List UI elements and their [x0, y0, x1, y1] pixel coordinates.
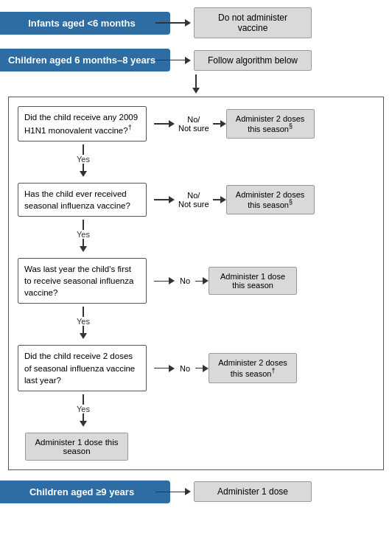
q4-vline [83, 394, 84, 405]
children-6-8-arrow [155, 57, 191, 64]
q3-vhead [80, 333, 87, 339]
q1-line2 [213, 123, 220, 125]
q4-text: Did the child receive 2 doses of seasona… [24, 352, 135, 384]
q4-vline2 [83, 413, 84, 421]
children-6-8-row: Children aged 6 months–8 years Follow al… [8, 49, 384, 71]
q2-line2 [213, 199, 220, 200]
flowchart-container: Infants aged <6 months Do not administer… [8, 7, 384, 503]
arrow-head2 [185, 57, 191, 64]
q2-box: Has the child ever received seasonal inf… [18, 183, 147, 217]
q4-no-label: No [178, 364, 192, 373]
arrow-down-1 [192, 74, 200, 94]
final-result-box: Administer 1 dose this season [25, 433, 128, 461]
q3-box-wrapper: Was last year the child's first to recei… [18, 258, 154, 304]
q3-result-box: Administer 1 dose this season [209, 267, 297, 295]
q2-box-wrapper: Has the child ever received seasonal inf… [18, 183, 154, 217]
q3-connector2 [195, 277, 209, 284]
q1-vline2 [83, 164, 84, 171]
q1-yes-arrow: Yes [77, 144, 90, 177]
q4-box: Did the child receive 2 doses of seasona… [18, 345, 147, 391]
arrow-head [185, 19, 191, 27]
q2-no-text: No/Not sure [178, 191, 209, 209]
infants-row: Infants aged <6 months Do not administer… [8, 7, 384, 38]
q1-arrowhead [169, 120, 175, 127]
flow-section: Did the child receive any 2009 H1N1 mono… [8, 97, 384, 470]
q1-connector [154, 120, 175, 127]
q1-result-text: Administer 2 doses this season§ [236, 114, 305, 134]
q1-yes-label: Yes [77, 155, 90, 164]
q3-vline2 [83, 326, 84, 333]
q3-connector [154, 277, 175, 284]
children-9-header: Children aged ≥9 years [0, 481, 170, 503]
q2-row: Has the child ever received seasonal inf… [18, 183, 374, 217]
q1-result-box: Administer 2 doses this season§ [226, 109, 315, 139]
q2-connector2 [213, 196, 226, 203]
arrow-line2 [155, 60, 185, 61]
q4-connector2 [195, 365, 209, 372]
children-9-row: Children aged ≥9 years Administer 1 dose [8, 481, 384, 503]
q1-row: Did the child receive any 2009 H1N1 mono… [18, 106, 374, 142]
arrow-line3 [155, 492, 185, 493]
q2-no-label: No/Not sure [176, 191, 211, 209]
q1-vline [83, 144, 84, 155]
final-result-row: Administer 1 dose this season [25, 433, 128, 461]
q3-vline [83, 307, 84, 317]
do-not-administer-box: Do not administer vaccine [194, 7, 312, 38]
q1-no-label: No/Not sure [176, 115, 211, 133]
q2-result-text: Administer 2 doses this season§ [236, 190, 305, 210]
q3-yes-label: Yes [77, 317, 90, 326]
q4-box-wrapper: Did the child receive 2 doses of seasona… [18, 345, 154, 391]
q2-text: Has the child ever received seasonal inf… [24, 189, 130, 210]
q1-line [154, 123, 169, 125]
q3-line [154, 281, 169, 282]
q2-yes-arrow: Yes [77, 220, 90, 252]
q1-connector2 [213, 120, 226, 127]
q1-box: Did the child receive any 2009 H1N1 mono… [18, 106, 147, 142]
children-9-col: Children aged ≥9 years [8, 481, 155, 503]
q3-no-text: No [180, 276, 190, 285]
q4-vhead [80, 421, 87, 427]
q1-no-text: No/Not sure [178, 115, 209, 133]
q3-box: Was last year the child's first to recei… [18, 258, 147, 304]
q3-arrowhead [169, 277, 175, 284]
vline [195, 74, 197, 88]
q2-vhead [80, 246, 87, 252]
q4-result-box: Administer 2 doses this season† [209, 353, 297, 383]
q2-yes-label: Yes [77, 230, 90, 239]
q2-vline [83, 220, 84, 230]
children-9-arrow [155, 488, 191, 495]
q2-line [154, 199, 169, 200]
q4-line [154, 368, 169, 369]
q3-row: Was last year the child's first to recei… [18, 258, 374, 304]
infants-arrow [155, 19, 191, 27]
bottom-spacer [8, 470, 384, 481]
q1-box-wrapper: Did the child receive any 2009 H1N1 mono… [18, 106, 154, 142]
arrow-head3 [185, 488, 191, 495]
q3-line2 [195, 281, 203, 282]
q4-arrowhead [169, 365, 175, 372]
q4-result-text: Administer 2 doses this season† [218, 358, 287, 378]
q2-arrowhead [169, 196, 175, 203]
q1-vhead [80, 171, 87, 177]
q1-arrowhead2 [220, 120, 226, 127]
arrow-line [155, 22, 185, 24]
q3-yes-arrow: Yes [77, 307, 90, 339]
children-6-8-header: Children aged 6 months–8 years [0, 49, 170, 71]
q2-result-box: Administer 2 doses this season§ [226, 185, 315, 215]
arrow-into-box [8, 74, 384, 94]
administer-1-dose-box: Administer 1 dose [194, 481, 312, 502]
q2-connector [154, 196, 175, 203]
q1-text: Did the child receive any 2009 H1N1 mono… [24, 113, 138, 135]
q4-yes-label: Yes [77, 405, 90, 413]
q4-no-text: No [180, 364, 190, 373]
q2-vline2 [83, 239, 84, 246]
infants-col: Infants aged <6 months [8, 12, 155, 35]
q2-arrowhead2 [220, 196, 226, 203]
q4-line2 [195, 368, 203, 369]
q4-yes-arrow: Yes [77, 394, 90, 427]
q3-arrowhead2 [203, 277, 209, 284]
vhead [192, 88, 200, 94]
children-6-8-col: Children aged 6 months–8 years [8, 49, 155, 71]
follow-algorithm-box: Follow algorithm below [194, 50, 312, 71]
q3-no-label: No [178, 276, 192, 285]
